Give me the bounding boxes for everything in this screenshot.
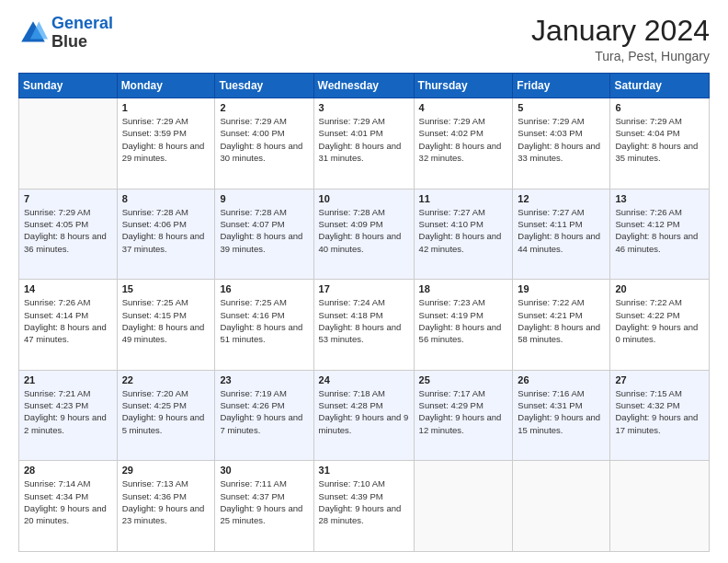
calendar-cell: 23Sunrise: 7:19 AMSunset: 4:26 PMDayligh… (215, 370, 313, 461)
day-info: Sunrise: 7:19 AMSunset: 4:26 PMDaylight:… (220, 387, 308, 436)
day-number: 12 (518, 193, 605, 204)
day-number: 20 (615, 283, 704, 294)
calendar-week-row: 21Sunrise: 7:21 AMSunset: 4:23 PMDayligh… (19, 370, 710, 461)
day-number: 18 (419, 283, 508, 294)
calendar-cell: 21Sunrise: 7:21 AMSunset: 4:23 PMDayligh… (19, 370, 118, 461)
day-info: Sunrise: 7:29 AMSunset: 4:05 PMDaylight:… (24, 206, 112, 255)
logo-icon (18, 18, 48, 48)
day-info: Sunrise: 7:10 AMSunset: 4:39 PMDaylight:… (319, 477, 409, 526)
calendar-cell: 12Sunrise: 7:27 AMSunset: 4:11 PMDayligh… (513, 189, 610, 280)
day-info: Sunrise: 7:29 AMSunset: 4:04 PMDaylight:… (615, 115, 704, 164)
day-number: 5 (518, 102, 605, 113)
calendar-cell: 17Sunrise: 7:24 AMSunset: 4:18 PMDayligh… (313, 280, 414, 371)
day-number: 19 (518, 283, 605, 294)
day-number: 23 (220, 374, 308, 385)
day-number: 22 (122, 374, 210, 385)
day-number: 10 (319, 193, 409, 204)
calendar-cell: 3Sunrise: 7:29 AMSunset: 4:01 PMDaylight… (313, 98, 414, 190)
day-number: 15 (122, 283, 210, 294)
header: General Blue January 2024 Tura, Pest, Hu… (18, 15, 710, 63)
calendar-cell: 7Sunrise: 7:29 AMSunset: 4:05 PMDaylight… (19, 189, 118, 280)
day-number: 28 (24, 465, 112, 476)
calendar-table: SundayMondayTuesdayWednesdayThursdayFrid… (18, 73, 710, 552)
subtitle: Tura, Pest, Hungary (531, 49, 710, 63)
day-info: Sunrise: 7:13 AMSunset: 4:36 PMDaylight:… (122, 477, 210, 526)
day-info: Sunrise: 7:28 AMSunset: 4:06 PMDaylight:… (122, 206, 210, 255)
calendar-cell (19, 98, 118, 190)
calendar-cell: 4Sunrise: 7:29 AMSunset: 4:02 PMDaylight… (414, 98, 513, 190)
day-info: Sunrise: 7:28 AMSunset: 4:09 PMDaylight:… (319, 206, 409, 255)
weekday-header: Wednesday (313, 74, 414, 98)
day-number: 31 (319, 465, 409, 476)
calendar-cell: 27Sunrise: 7:15 AMSunset: 4:32 PMDayligh… (610, 370, 710, 461)
day-number: 11 (419, 193, 508, 204)
day-info: Sunrise: 7:27 AMSunset: 4:11 PMDaylight:… (518, 206, 605, 255)
day-number: 25 (419, 374, 508, 385)
calendar-cell: 11Sunrise: 7:27 AMSunset: 4:10 PMDayligh… (414, 189, 513, 280)
day-info: Sunrise: 7:29 AMSunset: 4:02 PMDaylight:… (419, 115, 508, 164)
day-info: Sunrise: 7:20 AMSunset: 4:25 PMDaylight:… (122, 387, 210, 436)
day-info: Sunrise: 7:16 AMSunset: 4:31 PMDaylight:… (518, 387, 605, 436)
day-info: Sunrise: 7:15 AMSunset: 4:32 PMDaylight:… (615, 387, 704, 436)
day-number: 24 (319, 374, 409, 385)
page: General Blue January 2024 Tura, Pest, Hu… (0, 0, 728, 563)
day-info: Sunrise: 7:28 AMSunset: 4:07 PMDaylight:… (220, 206, 308, 255)
weekday-header: Friday (513, 74, 610, 98)
weekday-header: Saturday (610, 74, 710, 98)
day-info: Sunrise: 7:17 AMSunset: 4:29 PMDaylight:… (419, 387, 508, 436)
calendar-cell (610, 461, 710, 552)
day-number: 7 (24, 193, 112, 204)
day-info: Sunrise: 7:11 AMSunset: 4:37 PMDaylight:… (220, 477, 308, 526)
day-number: 3 (319, 102, 409, 113)
calendar-week-row: 7Sunrise: 7:29 AMSunset: 4:05 PMDaylight… (19, 189, 710, 280)
day-number: 27 (615, 374, 704, 385)
day-number: 14 (24, 283, 112, 294)
day-info: Sunrise: 7:29 AMSunset: 4:01 PMDaylight:… (319, 115, 409, 164)
day-info: Sunrise: 7:27 AMSunset: 4:10 PMDaylight:… (419, 206, 508, 255)
day-number: 21 (24, 374, 112, 385)
day-info: Sunrise: 7:26 AMSunset: 4:12 PMDaylight:… (615, 206, 704, 255)
day-number: 4 (419, 102, 508, 113)
calendar-cell: 16Sunrise: 7:25 AMSunset: 4:16 PMDayligh… (215, 280, 313, 371)
calendar-cell: 9Sunrise: 7:28 AMSunset: 4:07 PMDaylight… (215, 189, 313, 280)
calendar-cell: 26Sunrise: 7:16 AMSunset: 4:31 PMDayligh… (513, 370, 610, 461)
day-info: Sunrise: 7:21 AMSunset: 4:23 PMDaylight:… (24, 387, 112, 436)
calendar-cell: 6Sunrise: 7:29 AMSunset: 4:04 PMDaylight… (610, 98, 710, 190)
calendar-cell: 20Sunrise: 7:22 AMSunset: 4:22 PMDayligh… (610, 280, 710, 371)
calendar-cell: 1Sunrise: 7:29 AMSunset: 3:59 PMDaylight… (117, 98, 215, 190)
day-info: Sunrise: 7:25 AMSunset: 4:15 PMDaylight:… (122, 296, 210, 345)
weekday-header: Monday (117, 74, 215, 98)
calendar-cell: 24Sunrise: 7:18 AMSunset: 4:28 PMDayligh… (313, 370, 414, 461)
calendar-cell (513, 461, 610, 552)
calendar-cell: 31Sunrise: 7:10 AMSunset: 4:39 PMDayligh… (313, 461, 414, 552)
calendar-week-row: 14Sunrise: 7:26 AMSunset: 4:14 PMDayligh… (19, 280, 710, 371)
calendar-cell: 15Sunrise: 7:25 AMSunset: 4:15 PMDayligh… (117, 280, 215, 371)
calendar-cell: 10Sunrise: 7:28 AMSunset: 4:09 PMDayligh… (313, 189, 414, 280)
day-number: 16 (220, 283, 308, 294)
day-number: 6 (615, 102, 704, 113)
day-info: Sunrise: 7:22 AMSunset: 4:21 PMDaylight:… (518, 296, 605, 345)
weekday-header: Sunday (19, 74, 118, 98)
calendar-cell: 2Sunrise: 7:29 AMSunset: 4:00 PMDaylight… (215, 98, 313, 190)
day-number: 9 (220, 193, 308, 204)
day-info: Sunrise: 7:29 AMSunset: 4:03 PMDaylight:… (518, 115, 605, 164)
day-info: Sunrise: 7:14 AMSunset: 4:34 PMDaylight:… (24, 477, 112, 526)
day-info: Sunrise: 7:23 AMSunset: 4:19 PMDaylight:… (419, 296, 508, 345)
calendar-cell: 5Sunrise: 7:29 AMSunset: 4:03 PMDaylight… (513, 98, 610, 190)
calendar-cell: 22Sunrise: 7:20 AMSunset: 4:25 PMDayligh… (117, 370, 215, 461)
weekday-header: Thursday (414, 74, 513, 98)
day-number: 2 (220, 102, 308, 113)
weekday-header: Tuesday (215, 74, 313, 98)
calendar-cell: 18Sunrise: 7:23 AMSunset: 4:19 PMDayligh… (414, 280, 513, 371)
calendar-cell: 30Sunrise: 7:11 AMSunset: 4:37 PMDayligh… (215, 461, 313, 552)
day-info: Sunrise: 7:29 AMSunset: 4:00 PMDaylight:… (220, 115, 308, 164)
day-info: Sunrise: 7:24 AMSunset: 4:18 PMDaylight:… (319, 296, 409, 345)
calendar-cell: 14Sunrise: 7:26 AMSunset: 4:14 PMDayligh… (19, 280, 118, 371)
calendar-cell (414, 461, 513, 552)
calendar-cell: 28Sunrise: 7:14 AMSunset: 4:34 PMDayligh… (19, 461, 118, 552)
calendar-cell: 13Sunrise: 7:26 AMSunset: 4:12 PMDayligh… (610, 189, 710, 280)
day-number: 29 (122, 465, 210, 476)
logo-text: General Blue (51, 15, 113, 52)
day-info: Sunrise: 7:18 AMSunset: 4:28 PMDaylight:… (319, 387, 409, 436)
day-number: 8 (122, 193, 210, 204)
